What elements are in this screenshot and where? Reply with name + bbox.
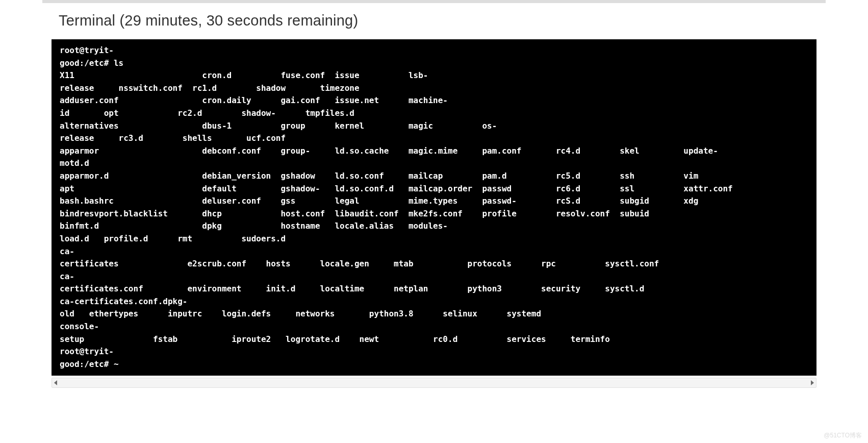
output-line: adduser.conf cron.daily gai.conf issue.n… [60, 95, 448, 105]
output-line: bash.bashrc deluser.conf gss legal mime.… [60, 196, 698, 206]
output-line: old ethertypes inputrc login.defs networ… [60, 309, 541, 318]
output-line: release nsswitch.conf rc1.d shadow timez… [60, 83, 360, 93]
output-line: certificates e2scrub.conf hosts locale.g… [60, 259, 659, 268]
output-line: apparmor.d debian_version gshadow ld.so.… [60, 171, 698, 181]
page-container: Terminal (29 minutes, 30 seconds remaini… [42, 0, 826, 388]
output-line: bindresvport.blacklist dhcp host.conf li… [60, 209, 649, 218]
output-line: certificates.conf environment init.d loc… [60, 284, 644, 293]
prompt-line: good:/etc# ls [60, 58, 123, 68]
prompt-line: root@tryit- [60, 45, 114, 55]
prompt-line: good:/etc# ~ [60, 359, 119, 369]
output-line: setup fstab iproute2 logrotate.d newt rc… [60, 334, 610, 344]
output-line: id opt rc2.d shadow- tmpfiles.d [60, 108, 354, 118]
prompt-line: root@tryit- [60, 347, 114, 356]
horizontal-scrollbar[interactable] [52, 378, 816, 388]
scroll-left-icon[interactable] [54, 380, 57, 385]
output-line: motd.d [60, 158, 89, 168]
output-line: alternatives dbus-1 group kernel magic o… [60, 121, 497, 131]
output-line: apt default gshadow- ld.so.conf.d mailca… [60, 184, 733, 193]
output-line: apparmor debconf.conf group- ld.so.cache… [60, 146, 718, 156]
output-line: X11 cron.d fuse.conf issue lsb- [60, 70, 428, 80]
output-line: ca- [60, 247, 74, 256]
output-line: load.d profile.d rmt sudoers.d [60, 234, 286, 243]
output-line: console- [60, 322, 99, 331]
output-line: binfmt.d dpkg hostname locale.alias modu… [60, 221, 448, 231]
output-line: ca- [60, 272, 74, 281]
page-title: Terminal (29 minutes, 30 seconds remaini… [42, 3, 826, 39]
output-line: ca-certificates.conf.dpkg- [60, 297, 187, 306]
scroll-right-icon[interactable] [811, 380, 814, 385]
terminal-frame: root@tryit- good:/etc# ls X11 cron.d fus… [52, 39, 816, 376]
output-line: release rc3.d shells ucf.conf [60, 133, 286, 143]
terminal[interactable]: root@tryit- good:/etc# ls X11 cron.d fus… [52, 39, 816, 376]
